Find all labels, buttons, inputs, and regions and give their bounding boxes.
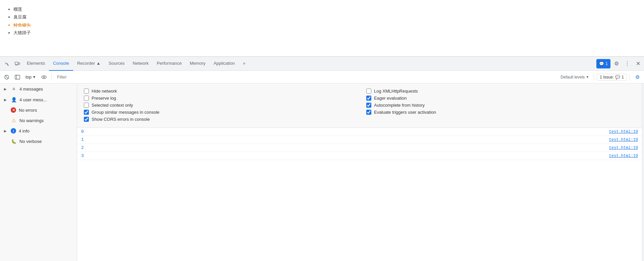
list-item-1: 榴莲 bbox=[13, 5, 637, 13]
list-item-4: 大猪蹄子 bbox=[13, 29, 637, 37]
list-item-3: 鲱鱼罐头 bbox=[13, 21, 637, 29]
page-content: 榴莲 臭豆腐 鲱鱼罐头 大猪蹄子 bbox=[0, 0, 644, 50]
list-item-2: 臭豆腐 bbox=[13, 13, 637, 21]
page-list: 榴莲 臭豆腐 鲱鱼罐头 大猪蹄子 bbox=[7, 5, 637, 37]
